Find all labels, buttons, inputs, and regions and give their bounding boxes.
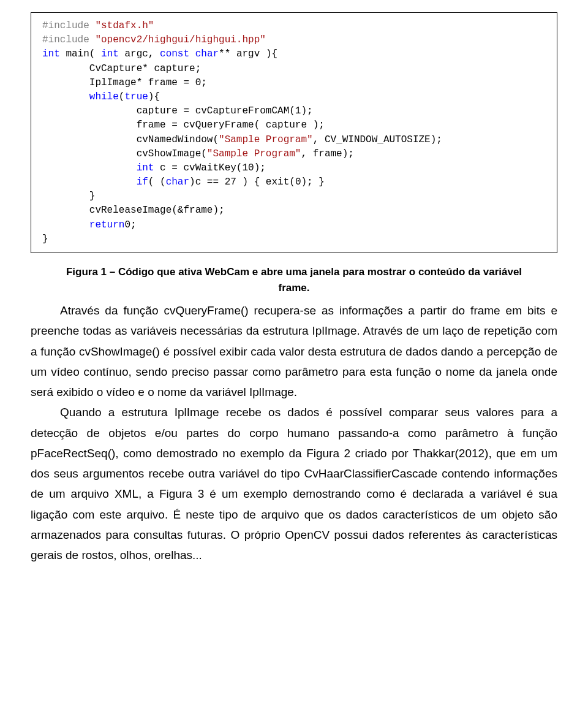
code-token: "Sample Program" — [207, 148, 301, 159]
code-token: } — [42, 191, 95, 202]
code-token: ( — [119, 91, 125, 102]
code-token: 0; — [124, 219, 136, 230]
page: #include "stdafx.h" #include "opencv2/hi… — [0, 0, 588, 590]
code-token: capture = cvCaptureFromCAM(1); — [42, 105, 313, 116]
code-token: while — [89, 91, 119, 102]
figure-caption: Figura 1 – Código que ativa WebCam e abr… — [31, 264, 557, 295]
code-token: ** argv ){ — [219, 48, 277, 59]
code-token: IplImage* frame = 0; — [42, 77, 207, 88]
code-token — [42, 162, 137, 173]
caption-line: frame. — [278, 282, 309, 294]
paragraph-2: Quando a estrutura IplImage recebe os da… — [31, 402, 557, 565]
code-token: frame = cvQueryFrame( capture ); — [42, 120, 325, 131]
code-token — [189, 48, 195, 59]
code-token: #include — [42, 34, 89, 45]
code-token: , frame); — [301, 148, 353, 159]
code-token: int — [42, 48, 60, 59]
caption-line: Figura 1 – Código que ativa WebCam e abr… — [66, 266, 522, 278]
code-token: #include — [42, 20, 89, 31]
code-token: argc, — [119, 48, 160, 59]
code-token: return — [89, 219, 125, 230]
code-token: int — [137, 162, 154, 173]
code-token: )c == 27 ) { exit(0); } — [189, 177, 325, 188]
code-token: "Sample Program" — [219, 134, 313, 145]
code-token: cvShowImage( — [42, 148, 207, 159]
code-token: CvCapture* capture; — [42, 63, 201, 74]
code-token: "stdafx.h" — [89, 20, 154, 31]
paragraph-text: Através da função cvQueryFrame() recuper… — [31, 304, 557, 398]
code-token — [42, 219, 89, 230]
code-token: ){ — [148, 91, 160, 102]
paragraph-1: Através da função cvQueryFrame() recuper… — [31, 300, 557, 402]
code-token — [42, 91, 89, 102]
code-token — [42, 177, 137, 188]
code-token: cvReleaseImage(&frame); — [42, 205, 225, 216]
code-token: ( ( — [148, 177, 166, 188]
code-token: true — [124, 91, 148, 102]
code-token: "opencv2/highgui/highgui.hpp" — [89, 34, 266, 45]
code-block: #include "stdafx.h" #include "opencv2/hi… — [31, 12, 557, 253]
code-token: if — [137, 177, 148, 188]
code-token: } — [42, 234, 48, 245]
code-token: c = cvWaitKey(10); — [154, 162, 265, 173]
code-token: cvNamedWindow( — [42, 134, 219, 145]
paragraph-text: Quando a estrutura IplImage recebe os da… — [31, 406, 557, 561]
code-token: int — [101, 48, 119, 59]
code-token: char — [195, 48, 219, 59]
code-token: char — [166, 177, 189, 188]
code-token: const — [160, 48, 189, 59]
code-token: , CV_WINDOW_AUTOSIZE); — [313, 134, 442, 145]
code-token: main( — [60, 48, 101, 59]
